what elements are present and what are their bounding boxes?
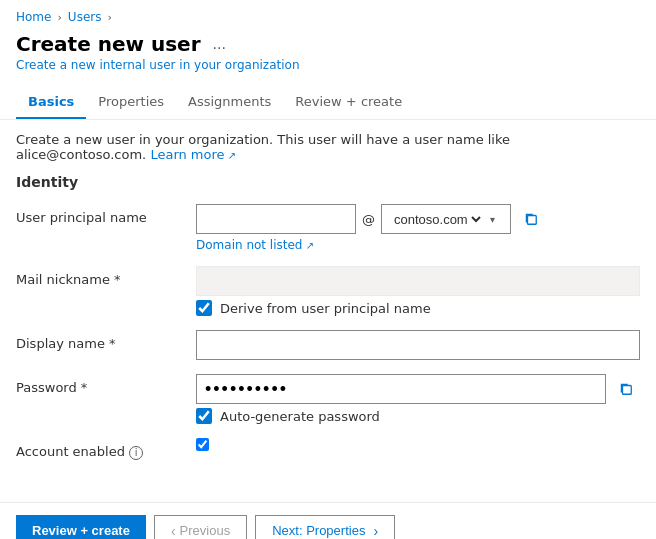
breadcrumb-chevron-2: › [107,11,111,24]
svg-rect-0 [528,216,537,225]
password-control: Auto-generate password [196,374,640,424]
ellipsis-button[interactable]: ... [209,33,230,55]
next-chevron-icon [369,523,378,539]
previous-chevron-icon [171,523,176,539]
breadcrumb: Home › Users › [0,0,656,28]
page-header: Create new user ... Create a new interna… [0,28,656,80]
upn-domain-select-wrapper[interactable]: contoso.com ▾ [381,204,511,234]
domain-not-listed-link[interactable]: Domain not listed [196,238,314,252]
password-label: Password * [16,374,196,395]
previous-label: Previous [180,523,231,538]
display-name-label: Display name * [16,330,196,351]
auto-generate-label: Auto-generate password [220,409,380,424]
tab-review-create[interactable]: Review + create [283,86,414,119]
display-name-control [196,330,640,360]
at-sign: @ [362,212,375,227]
learn-more-link[interactable]: Learn more [150,147,236,162]
next-label: Next: Properties [272,523,365,538]
upn-copy-button[interactable] [517,205,545,233]
review-create-button[interactable]: Review + create [16,515,146,540]
password-input[interactable] [196,374,606,404]
account-enabled-checkbox[interactable] [196,438,209,451]
page-title: Create new user [16,32,201,56]
mail-nickname-input[interactable] [196,266,640,296]
mail-nickname-row: Mail nickname * Derive from user princip… [16,266,640,316]
mail-nickname-control: Derive from user principal name [196,266,640,316]
mail-nickname-label: Mail nickname * [16,266,196,287]
tab-properties[interactable]: Properties [86,86,176,119]
page-subtitle: Create a new internal user in your organ… [16,58,640,72]
derive-checkbox-label: Derive from user principal name [220,301,431,316]
derive-checkbox[interactable] [196,300,212,316]
section-title: Identity [16,174,640,190]
domain-chevron-icon: ▾ [490,214,495,225]
password-copy-button[interactable] [612,375,640,403]
password-row: Password * Auto-generate password [16,374,640,424]
account-enabled-info-icon[interactable]: i [129,446,143,460]
tab-assignments[interactable]: Assignments [176,86,283,119]
svg-rect-1 [623,386,632,395]
upn-label: User principal name [16,204,196,225]
upn-input[interactable] [196,204,356,234]
footer-divider [0,502,656,503]
upn-domain-select[interactable]: contoso.com [390,211,484,228]
tab-bar: Basics Properties Assignments Review + c… [0,86,656,120]
upn-field-row: User principal name @ contoso.com ▾ [16,204,640,252]
domain-not-listed: Domain not listed [196,238,640,252]
footer: Review + create Previous Next: Propertie… [0,515,656,540]
breadcrumb-chevron-1: › [57,11,61,24]
breadcrumb-home[interactable]: Home [16,10,51,24]
previous-button[interactable]: Previous [154,515,247,540]
display-name-input[interactable] [196,330,640,360]
display-name-row: Display name * [16,330,640,360]
next-button[interactable]: Next: Properties [255,515,395,540]
info-text: Create a new user in your organization. … [16,132,640,162]
tab-basics[interactable]: Basics [16,86,86,119]
upn-control: @ contoso.com ▾ Domain not listed [196,204,640,252]
auto-generate-checkbox[interactable] [196,408,212,424]
account-enabled-label: Account enabled i [16,438,196,460]
main-content: Create a new user in your organization. … [0,120,656,486]
breadcrumb-users[interactable]: Users [68,10,102,24]
account-enabled-control [196,438,640,454]
account-enabled-row: Account enabled i [16,438,640,460]
